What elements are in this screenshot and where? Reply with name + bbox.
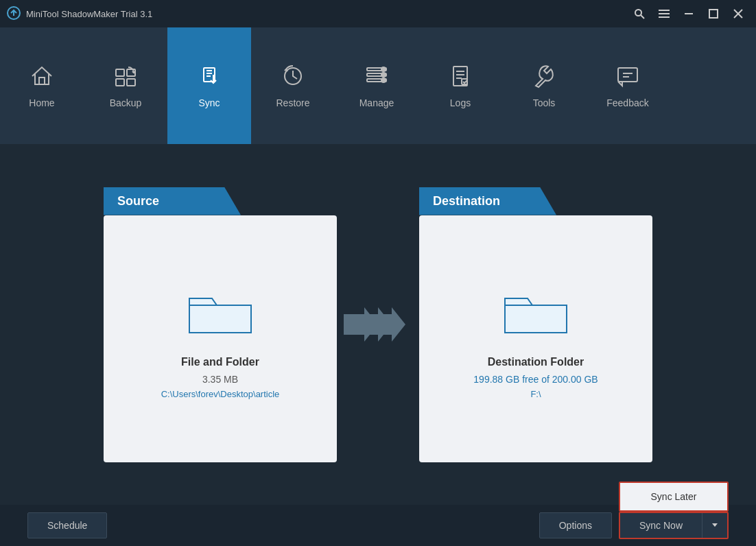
navbar: Home Backup Sync (0, 27, 756, 144)
nav-item-sync[interactable]: Sync (167, 27, 251, 144)
titlebar-controls (628, 4, 749, 23)
options-button[interactable]: Options (539, 512, 612, 538)
nav-label-feedback: Feedback (606, 97, 648, 108)
source-header: Source (104, 187, 241, 215)
bottom-right-controls: Options Sync Now Sync Later (539, 512, 729, 539)
destination-folder-icon (501, 285, 570, 342)
nav-item-manage[interactable]: Manage (335, 27, 418, 144)
source-card[interactable]: Source File and Folder 3.35 MB C:\Users\… (104, 187, 337, 462)
svg-rect-28 (618, 68, 637, 82)
nav-label-manage: Manage (359, 97, 394, 108)
source-folder-icon (186, 285, 255, 342)
search-button[interactable] (628, 4, 650, 23)
destination-card[interactable]: Destination Destination Folder 199.88 GB… (419, 187, 652, 462)
nav-label-backup: Backup (110, 97, 142, 108)
maximize-button[interactable] (702, 4, 724, 23)
svg-rect-14 (127, 79, 135, 86)
nav-label-tools: Tools (533, 97, 556, 108)
svg-rect-4 (659, 13, 670, 14)
destination-free: 199.88 GB free of 200.00 GB (473, 374, 598, 385)
menu-button[interactable] (653, 4, 675, 23)
tools-icon (532, 64, 556, 92)
svg-rect-11 (116, 69, 124, 76)
svg-marker-34 (712, 523, 718, 527)
svg-rect-10 (39, 78, 45, 84)
sync-dropdown-button[interactable] (702, 513, 727, 538)
sync-now-button[interactable]: Sync Now (620, 513, 702, 538)
svg-rect-7 (709, 10, 718, 18)
home-icon (29, 64, 54, 92)
sync-icon (197, 64, 222, 92)
source-path: C:\Users\forev\Desktop\article (161, 389, 280, 399)
app-title: MiniTool ShadowMaker Trial 3.1 (26, 9, 152, 19)
svg-line-2 (641, 15, 644, 19)
minimize-button[interactable] (678, 4, 700, 23)
app-logo-icon (7, 6, 21, 22)
svg-marker-33 (371, 307, 405, 342)
logs-icon (448, 64, 473, 92)
titlebar-left: MiniTool ShadowMaker Trial 3.1 (7, 6, 152, 22)
source-size: 3.35 MB (202, 374, 238, 385)
feedback-icon (615, 64, 640, 92)
nav-label-home: Home (29, 97, 54, 108)
backup-icon (113, 64, 138, 92)
svg-point-21 (381, 73, 386, 77)
titlebar: MiniTool ShadowMaker Trial 3.1 (0, 0, 756, 27)
destination-header: Destination (419, 187, 556, 215)
svg-rect-3 (659, 10, 670, 11)
nav-item-tools[interactable]: Tools (502, 27, 586, 144)
nav-item-home[interactable]: Home (0, 27, 84, 144)
sync-arrow (337, 307, 419, 342)
svg-rect-6 (685, 13, 693, 14)
schedule-button[interactable]: Schedule (27, 512, 107, 538)
nav-label-sync: Sync (198, 97, 220, 108)
source-body[interactable]: File and Folder 3.35 MB C:\Users\forev\D… (104, 215, 337, 462)
nav-item-backup[interactable]: Backup (84, 27, 167, 144)
nav-label-restore: Restore (276, 97, 309, 108)
svg-rect-13 (116, 79, 124, 86)
svg-point-20 (381, 67, 386, 71)
sync-later-item[interactable]: Sync Later (620, 483, 727, 510)
destination-title: Destination Folder (488, 356, 584, 368)
restore-icon (281, 64, 305, 92)
sync-now-group: Sync Now Sync Later (619, 512, 729, 539)
nav-item-feedback[interactable]: Feedback (586, 27, 670, 144)
svg-rect-5 (659, 16, 670, 18)
sync-dropdown-menu: Sync Later (619, 482, 729, 512)
svg-point-1 (635, 10, 641, 16)
bottombar: Schedule Options Sync Now Sync Later (0, 505, 756, 546)
nav-item-restore[interactable]: Restore (251, 27, 335, 144)
manage-icon (364, 64, 389, 92)
main-content: Source File and Folder 3.35 MB C:\Users\… (0, 144, 756, 505)
svg-point-22 (381, 78, 386, 82)
destination-body[interactable]: Destination Folder 199.88 GB free of 200… (419, 215, 652, 462)
close-button[interactable] (727, 4, 749, 23)
source-title: File and Folder (181, 356, 259, 368)
nav-item-logs[interactable]: Logs (418, 27, 502, 144)
destination-path: F:\ (530, 389, 541, 399)
nav-label-logs: Logs (450, 97, 471, 108)
